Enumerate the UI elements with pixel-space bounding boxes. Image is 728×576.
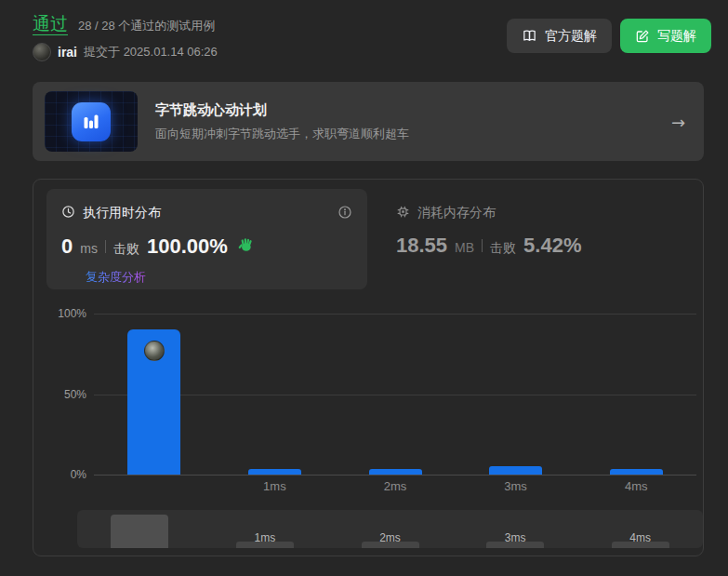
y-axis-tick-label: 50%	[40, 388, 86, 401]
write-solution-label: 写题解	[657, 28, 696, 45]
promo-title: 字节跳动心动计划	[155, 101, 409, 119]
user-avatar[interactable]	[33, 43, 51, 61]
edit-icon	[635, 29, 650, 44]
bytedance-chart-icon	[72, 102, 111, 141]
x-axis-tick-label: 2ms	[384, 479, 407, 493]
chart-zoom-minimap[interactable]: 1ms2ms3ms4ms	[77, 510, 703, 548]
submission-status: 通过 28 / 28 个通过的测试用例	[33, 12, 215, 36]
user-avatar-marker	[144, 341, 165, 361]
y-axis-tick-label: 100%	[40, 307, 86, 320]
bar-4ms[interactable]	[610, 469, 663, 475]
distribution-panel: 执行用时分布 0 ms 击败 100.00% 复杂度分析 消耗内存分布 18.5…	[33, 179, 704, 556]
submission-meta: irai 提交于 2025.01.14 06:26	[33, 43, 218, 61]
header-actions: 官方题解 写题解	[507, 19, 711, 53]
x-axis-tick-label: 3ms	[504, 479, 527, 493]
gridline	[94, 314, 696, 315]
minimap-bar-0ms	[111, 515, 168, 548]
promo-text: 字节跳动心动计划 面向短期冲刺字节跳动选手，求职弯道顺利超车	[155, 101, 409, 142]
promo-thumbnail	[45, 91, 138, 152]
x-axis-tick-label: 4ms	[625, 479, 648, 493]
username[interactable]: irai	[58, 45, 77, 60]
minimap-label: 4ms	[629, 531, 651, 544]
official-solution-label: 官方题解	[545, 28, 597, 45]
bar-3ms[interactable]	[489, 466, 542, 475]
testcases-passed-text: 28 / 28 个通过的测试用例	[78, 18, 215, 34]
runtime-distribution-chart[interactable]: 0%50%100%1ms2ms3ms4ms	[33, 180, 703, 556]
minimap-label: 2ms	[379, 531, 401, 544]
bar-2ms[interactable]	[369, 469, 422, 475]
official-solution-button[interactable]: 官方题解	[507, 19, 612, 53]
minimap-label: 1ms	[255, 531, 276, 544]
book-icon	[522, 28, 537, 44]
arrow-right-icon[interactable]: →	[671, 112, 685, 131]
minimap-label: 3ms	[505, 531, 526, 544]
gridline	[94, 475, 696, 476]
bar-1ms[interactable]	[248, 469, 301, 475]
status-accepted-label[interactable]: 通过	[33, 12, 68, 36]
gridline	[94, 395, 696, 395]
submitted-at-text: 提交于 2025.01.14 06:26	[84, 44, 218, 60]
write-solution-button[interactable]: 写题解	[620, 19, 711, 53]
promo-banner[interactable]: 字节跳动心动计划 面向短期冲刺字节跳动选手，求职弯道顺利超车 →	[33, 82, 704, 161]
promo-subtitle: 面向短期冲刺字节跳动选手，求职弯道顺利超车	[155, 126, 409, 142]
y-axis-tick-label: 0%	[40, 468, 86, 481]
x-axis-tick-label: 1ms	[263, 479, 286, 493]
